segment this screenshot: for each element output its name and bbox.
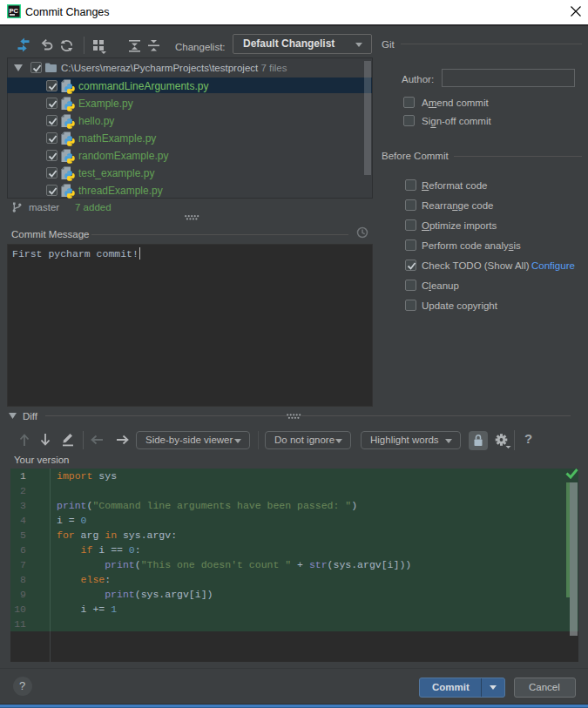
svg-text:PC: PC bbox=[10, 7, 19, 15]
